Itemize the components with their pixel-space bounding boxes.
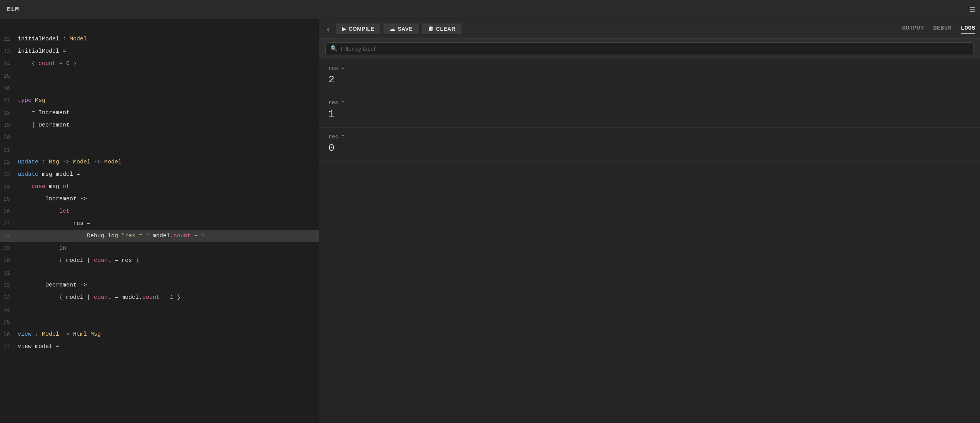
clear-button[interactable]: 🗑 CLEAR [422,23,462,34]
line-content [16,70,319,82]
token: Model [42,331,59,338]
token: = [59,48,66,55]
result-value: 1 [328,108,971,120]
line-content: initialModel = [16,45,319,58]
line-number: 34 [0,304,16,316]
code-line: 24 case msg of [0,181,319,193]
token: { [18,60,38,67]
token: res = [18,220,90,227]
line-number: 31 [0,267,16,279]
menu-icon[interactable]: ☰ [965,5,980,14]
result-value: 0 [328,142,971,154]
save-icon: ☁ [390,26,395,32]
save-button[interactable]: ☁ SAVE [383,23,419,34]
token: -> [59,159,73,165]
token: Msg [87,331,101,338]
code-line: 17type Msg [0,95,319,107]
result-block: res =1 [319,93,980,128]
line-number: 12 [0,33,16,45]
line-content: view : Model -> Html Msg [16,328,319,341]
back-button[interactable]: ‹ [324,23,333,35]
token: } [70,60,77,67]
code-line: 25 Increment -> [0,193,319,205]
line-number: 25 [0,193,16,205]
tab-debug[interactable]: DEBUG [933,23,952,34]
token: + [191,233,201,239]
token: = res } [111,257,139,264]
line-number: 26 [0,205,16,218]
line-content [16,132,319,144]
code-line: 19 | Decrement [0,119,319,132]
result-block: res =0 [319,128,980,162]
token: Html [73,331,87,338]
filter-input[interactable] [341,45,969,52]
token: count [94,257,111,264]
code-line: 34 [0,304,319,316]
line-content [16,316,319,328]
token [18,208,59,215]
code-line: 30 { model | count = res } [0,255,319,267]
code-line: 32 Decrement -> [0,279,319,291]
token: count [173,233,191,239]
token: 0 [66,60,70,67]
code-line: 35 [0,316,319,328]
line-number: 20 [0,132,16,144]
line-number: 21 [0,144,16,156]
result-label: res = [328,100,971,106]
line-number: 29 [0,242,16,255]
token: -> [90,159,104,165]
save-label: SAVE [398,26,413,32]
token: Msg [49,159,59,165]
result-value: 2 [328,74,971,85]
line-content: Debug.log "res = " model.count + 1 [16,230,319,242]
tab-logs[interactable]: LOGS [961,23,975,34]
code-line: 13initialModel = [0,45,319,58]
line-content: res = [16,218,319,230]
token: = [56,60,66,67]
editor-title: ELM [0,6,26,13]
code-line: 26 let [0,205,319,218]
token: in [59,245,66,251]
line-number: 35 [0,316,16,328]
token: type [18,97,32,104]
token: { model | [18,257,94,264]
trash-icon: 🗑 [428,26,434,32]
line-content [16,21,319,33]
line-number: 17 [0,95,16,107]
code-line: 20 [0,132,319,144]
compile-label: COMPILE [348,26,374,32]
filter-bar: 🔍 [319,38,980,59]
code-line: 15 [0,70,319,82]
output-tabs: OUTPUTDEBUGLOGS [902,23,975,34]
line-content: Decrement -> [16,279,319,291]
token: Debug.log [18,233,122,239]
code-line: 29 in [0,242,319,255]
compile-button[interactable]: ▶ COMPILE [336,23,381,34]
token: = Increment [18,110,70,116]
line-content: case msg of [16,181,319,193]
token: | Decrement [18,122,70,128]
tab-output[interactable]: OUTPUT [902,23,924,34]
token: update [18,171,38,178]
line-number: 27 [0,218,16,230]
token: let [59,208,70,215]
line-content: { model | count = res } [16,255,319,267]
line-number: 24 [0,181,16,193]
token: Model [73,159,90,165]
token: count [94,294,111,301]
line-content [16,82,319,95]
token: -> [59,331,73,338]
line-number: 22 [0,156,16,168]
code-line: 27 res = [0,218,319,230]
output-area: res =2res =1res =0 [319,59,980,423]
code-line: 33 { model | count = model.count - 1 } [0,291,319,304]
line-content: update msg model = [16,168,319,181]
code-line: 31 [0,267,319,279]
line-number: 15 [0,70,16,82]
line-number: 16 [0,82,16,95]
line-number: 32 [0,279,16,291]
token: msg model = [38,171,80,178]
token: "res = " [122,233,149,239]
token: - [160,294,170,301]
token: : [32,331,42,338]
